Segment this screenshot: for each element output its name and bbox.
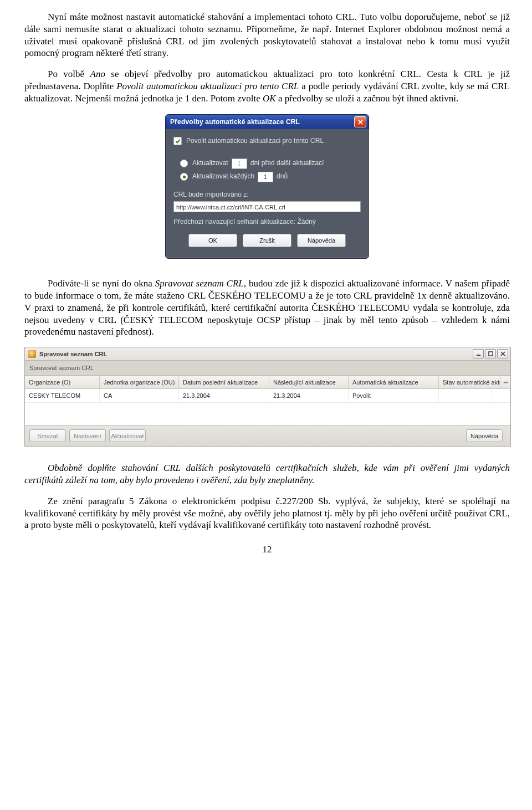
paragraph-3: Podíváte-li se nyní do okna Spravovat se… (24, 278, 510, 338)
svg-rect-3 (505, 382, 506, 383)
table-row[interactable]: CESKY TELECOM CA 21.3.2004 21.3.2004 Pov… (25, 389, 510, 403)
radio-label: Aktualizovat každých (192, 172, 254, 181)
text: Ano (90, 69, 105, 79)
crl-url-input[interactable]: http://www.intca.ct.cz/crl/INT-CA-CRL.cr… (173, 201, 361, 212)
window-title: Spravovat seznam CRL (39, 350, 473, 358)
minimize-icon (476, 351, 481, 356)
checkbox-icon (173, 137, 182, 145)
text: Spravovat seznam CRL, (155, 278, 246, 289)
radio-icon (180, 173, 188, 181)
help-button[interactable]: Nápověda (466, 429, 503, 442)
text: Ze znění paragrafu 5 Zákona o elektronic… (24, 496, 510, 531)
text: Podíváte-li se nyní do okna (48, 278, 155, 289)
overflow-icon (503, 380, 508, 385)
col-header[interactable]: Následující aktualizace (269, 376, 349, 388)
paragraph-5: Ze znění paragrafu 5 Zákona o elektronic… (24, 495, 510, 531)
radio-before-update[interactable]: Aktualizovat 1 dní před další aktualizac… (180, 158, 361, 169)
radio-label: Aktualizovat (192, 159, 228, 167)
text: Po volbě (48, 69, 90, 79)
paragraph-4: Obdobně doplňte stahování CRL dalších po… (24, 462, 510, 486)
help-button[interactable]: Nápověda (297, 234, 346, 247)
text: Obdobně doplňte stahování CRL dalších po… (24, 463, 510, 485)
crl-list-window: Spravovat seznam CRL Spravovat seznam CR… (24, 347, 511, 447)
import-from-label: CRL bude importováno z: (173, 191, 361, 199)
every-ndays-input[interactable]: 1 (258, 172, 273, 182)
crl-autoupdate-dialog: Předvolby automatické aktualizace CRL Po… (165, 114, 369, 259)
cell (492, 389, 510, 402)
ok-button[interactable]: OK (188, 234, 237, 247)
col-header[interactable]: Datum poslední aktualizace (179, 376, 269, 388)
update-button[interactable]: Aktualizovat (109, 429, 146, 442)
last-failure-label: Předchozí navazující selhaní aktualizace… (173, 218, 361, 226)
paragraph-1: Nyní máte možnost nastavit automatické s… (24, 11, 510, 59)
cell: CESKY TELECOM (25, 389, 100, 402)
paragraph-2: Po volbě Ano se objeví předvolby pro aut… (24, 68, 510, 104)
svg-rect-0 (476, 355, 480, 356)
text: Povolit automatickou aktualizaci pro ten… (116, 81, 299, 91)
page-number: 12 (24, 544, 510, 556)
col-header[interactable]: Organizace (O) (25, 376, 100, 388)
text: a předvolby se uloží a začnou být ihned … (276, 93, 459, 104)
enable-checkbox-row[interactable]: Povolit automatickou aktualizaci pro ten… (173, 137, 361, 145)
cell: 21.3.2004 (179, 389, 269, 402)
svg-rect-1 (488, 352, 492, 356)
dialog-titlebar: Předvolby automatické aktualizace CRL (166, 115, 369, 129)
minimize-button[interactable] (473, 349, 484, 358)
cell: 21.3.2004 (269, 389, 349, 402)
settings-button[interactable]: Nastavení (69, 429, 106, 442)
enable-checkbox-label: Povolit automatickou aktualizaci pro ten… (186, 137, 324, 145)
col-header[interactable]: Stav automatické aktualizace (439, 376, 500, 388)
svg-rect-2 (503, 382, 504, 383)
maximize-icon (488, 351, 493, 356)
radio-every-ndays[interactable]: Aktualizovat každých 1 dnů (180, 172, 361, 182)
radio-label-suffix: dní před další aktualizací (250, 159, 324, 167)
cell: Povolit (349, 389, 439, 402)
cell: CA (100, 389, 179, 402)
close-icon (358, 120, 363, 125)
radio-label-suffix: dnů (277, 172, 288, 181)
radio-icon (180, 160, 188, 167)
dialog-title: Předvolby automatické aktualizace CRL (170, 118, 354, 126)
delete-button[interactable]: Smazat (29, 429, 66, 442)
maximize-button[interactable] (485, 349, 496, 358)
window-titlebar: Spravovat seznam CRL (25, 347, 510, 361)
text: OK (263, 93, 276, 104)
crl-table: Organizace (O) Jednotka organizace (OU) … (25, 376, 510, 425)
close-icon (500, 351, 505, 356)
window-subtitle: Spravovat seznam CRL (25, 361, 510, 376)
svg-rect-4 (507, 382, 508, 383)
cell (439, 389, 492, 402)
close-button[interactable] (354, 116, 366, 127)
col-header[interactable]: Automatická aktualizace (349, 376, 439, 388)
close-button[interactable] (497, 349, 508, 358)
text: Nyní máte možnost nastavit automatické s… (24, 12, 510, 58)
col-header[interactable]: Jednotka organizace (OU) (100, 376, 179, 388)
col-overflow-button[interactable] (500, 376, 510, 388)
days-before-input[interactable]: 1 (232, 158, 247, 169)
cancel-button[interactable]: Zrušit (243, 234, 291, 247)
app-icon (28, 350, 36, 358)
